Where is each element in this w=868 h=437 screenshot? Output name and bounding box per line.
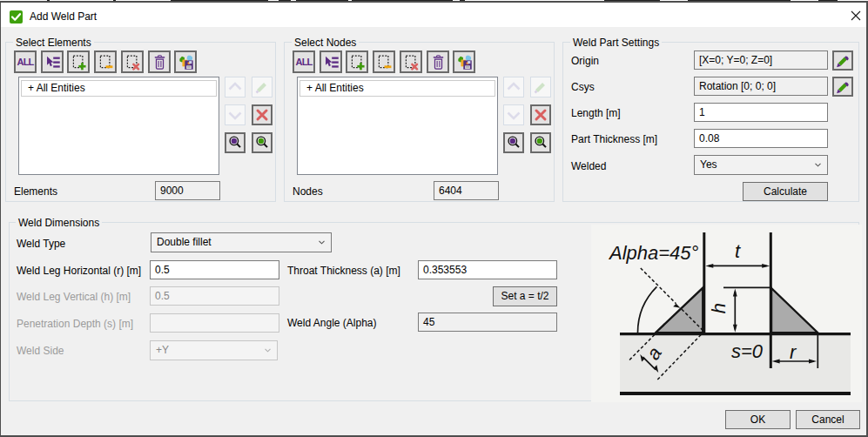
svg-text:s=0: s=0 (731, 340, 764, 362)
svg-text:t: t (735, 240, 741, 262)
svg-text:Alpha=45°: Alpha=45° (608, 242, 699, 264)
svg-text:h: h (708, 303, 730, 313)
